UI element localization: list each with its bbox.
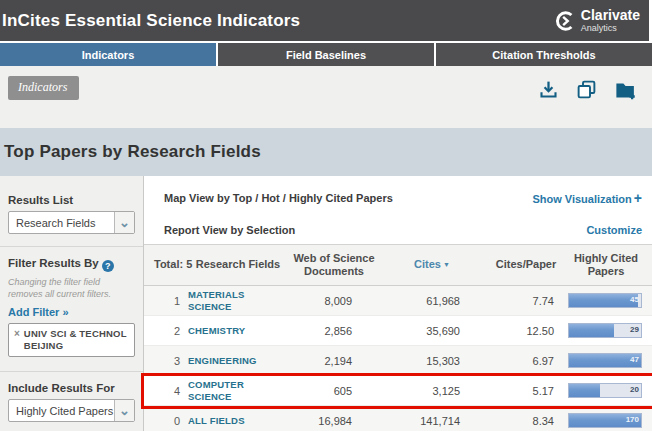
cites-per-paper-value: 5.17 — [484, 385, 568, 397]
include-results-select[interactable]: Highly Cited Papers ⌄ — [8, 399, 135, 422]
app-header: InCites Essential Science Indicators Cla… — [0, 0, 652, 41]
include-results-value: Highly Cited Papers — [9, 400, 114, 421]
research-field-link[interactable]: MATERIALS SCIENCE — [188, 289, 288, 312]
add-to-folder-icon[interactable] — [614, 79, 638, 100]
results-list-label: Results List — [8, 194, 135, 206]
docs-value: 605 — [288, 385, 380, 397]
help-icon[interactable]: ? — [102, 260, 114, 272]
docs-value: 16,984 — [288, 415, 380, 427]
bar-track: 20 — [568, 383, 642, 398]
results-list-select[interactable]: Research Fields ⌄ — [8, 211, 135, 234]
research-field-link[interactable]: COMPUTER SCIENCE — [188, 379, 288, 402]
results-panel: Map View by Top / Hot / Highly Cited Pap… — [144, 176, 652, 431]
breadcrumb[interactable]: Indicators — [8, 76, 79, 100]
column-header-research-fields[interactable]: Research Fields — [188, 258, 288, 271]
cites-value: 35,690 — [380, 325, 484, 337]
table-row[interactable]: 2 CHEMISTRY 2,856 35,690 12.50 29 — [144, 316, 652, 346]
table-row-highlighted[interactable]: 4 COMPUTER SCIENCE 605 3,125 5.17 20 — [144, 376, 652, 406]
add-filter-link[interactable]: Add Filter » — [8, 306, 135, 318]
logo-sub-text: Analytics — [581, 24, 640, 33]
row-rank: 3 — [154, 355, 188, 367]
filter-results-label: Filter Results By? — [8, 257, 135, 272]
clarivate-logo: Clarivate Analytics — [554, 8, 640, 33]
row-rank: 2 — [154, 325, 188, 337]
highly-cited-papers-bar: 45 — [568, 293, 644, 308]
sidebar: Results List Research Fields ⌄ Filter Re… — [0, 176, 144, 431]
clarivate-icon — [554, 10, 576, 32]
show-visualization-link[interactable]: Show Visualization+ — [532, 190, 642, 206]
docs-value: 8,009 — [288, 295, 380, 307]
remove-filter-icon[interactable]: × — [14, 328, 20, 340]
report-view-label: Report View by Selection — [164, 224, 295, 236]
chevron-down-icon: ⌄ — [114, 212, 134, 233]
bar-track: 47 — [568, 353, 642, 368]
cites-per-paper-value: 12.50 — [484, 325, 568, 337]
highly-cited-papers-bar: 29 — [568, 323, 644, 338]
cites-per-paper-value: 8.34 — [484, 415, 568, 427]
row-rank: 0 — [154, 415, 188, 427]
bar-fill — [569, 324, 614, 337]
bar-value: 170 — [626, 415, 639, 424]
sidebar-divider — [0, 371, 143, 372]
tab-indicators[interactable]: Indicators — [0, 43, 216, 66]
download-icon[interactable] — [538, 79, 559, 100]
map-view-label: Map View by Top / Hot / Highly Cited Pap… — [164, 192, 393, 204]
sidebar-divider — [0, 246, 143, 247]
bar-fill — [569, 384, 600, 397]
total-count: Total: 5 — [154, 258, 188, 271]
page-title: Top Papers by Research Fields — [4, 142, 261, 162]
app-title: InCites Essential Science Indicators — [2, 11, 300, 31]
content: Results List Research Fields ⌄ Filter Re… — [0, 176, 652, 431]
filter-chip: × UNIV SCI & TECHNOL BEIJING — [8, 323, 135, 357]
toolbar — [538, 79, 638, 100]
row-rank: 4 — [154, 385, 188, 397]
bar-track: 45 — [568, 293, 642, 308]
bar-fill — [569, 294, 638, 307]
cites-per-paper-value: 7.74 — [484, 295, 568, 307]
results-list-value: Research Fields — [9, 212, 114, 233]
tab-field-baselines[interactable]: Field Baselines — [218, 43, 434, 66]
report-view-row: Report View by Selection Customize — [144, 216, 652, 244]
docs-value: 2,194 — [288, 355, 380, 367]
table-row[interactable]: 3 ENGINEERING 2,194 15,303 6.97 47 — [144, 346, 652, 376]
research-field-link[interactable]: ALL FIELDS — [188, 415, 288, 426]
include-results-label: Include Results For — [8, 382, 135, 394]
docs-value: 2,856 — [288, 325, 380, 337]
plus-icon: + — [634, 190, 642, 206]
table-row[interactable]: 1 MATERIALS SCIENCE 8,009 61,968 7.74 45 — [144, 286, 652, 316]
logo-brand-text: Clarivate — [581, 8, 640, 22]
main-tabs: Indicators Field Baselines Citation Thre… — [0, 43, 652, 66]
tab-citation-thresholds[interactable]: Citation Thresholds — [436, 43, 652, 66]
research-field-link[interactable]: CHEMISTRY — [188, 325, 288, 336]
column-header-highly-cited-papers[interactable]: Highly Cited Papers — [568, 252, 644, 278]
highly-cited-papers-bar: 20 — [568, 383, 644, 398]
cites-per-paper-value: 6.97 — [484, 355, 568, 367]
bar-track: 170 — [568, 413, 642, 428]
chevron-down-icon: ⌄ — [114, 400, 134, 421]
cites-value: 141,714 — [380, 415, 484, 427]
customize-link[interactable]: Customize — [586, 224, 642, 236]
app-window: InCites Essential Science Indicators Cla… — [0, 0, 652, 431]
map-view-row: Map View by Top / Hot / Highly Cited Pap… — [144, 176, 652, 216]
column-header-cites-per-paper[interactable]: Cites/Paper — [484, 258, 568, 271]
bar-value: 45 — [630, 295, 639, 304]
bar-value: 29 — [630, 325, 639, 334]
research-field-link[interactable]: ENGINEERING — [188, 355, 288, 366]
highly-cited-papers-bar: 47 — [568, 353, 644, 368]
cites-value: 3,125 — [380, 385, 484, 397]
cites-value: 61,968 — [380, 295, 484, 307]
filter-chip-label: UNIV SCI & TECHNOL BEIJING — [24, 328, 129, 352]
bar-value: 20 — [630, 385, 639, 394]
cites-value: 15,303 — [380, 355, 484, 367]
print-icon[interactable] — [576, 79, 597, 100]
bar-value: 47 — [630, 355, 639, 364]
column-header-wos-documents[interactable]: Web of Science Documents — [288, 252, 380, 278]
table-header: Total: 5 Research Fields Web of Science … — [144, 244, 652, 286]
highly-cited-papers-bar: 170 — [568, 413, 644, 428]
column-header-cites[interactable]: Cites▼ — [380, 258, 484, 271]
filter-note: Changing the filter field removes all cu… — [8, 277, 135, 300]
sort-desc-icon: ▼ — [443, 261, 450, 268]
breadcrumb-row: Indicators — [0, 66, 652, 128]
table-row[interactable]: 0 ALL FIELDS 16,984 141,714 8.34 170 — [144, 406, 652, 431]
page-title-band: Top Papers by Research Fields — [0, 128, 652, 176]
